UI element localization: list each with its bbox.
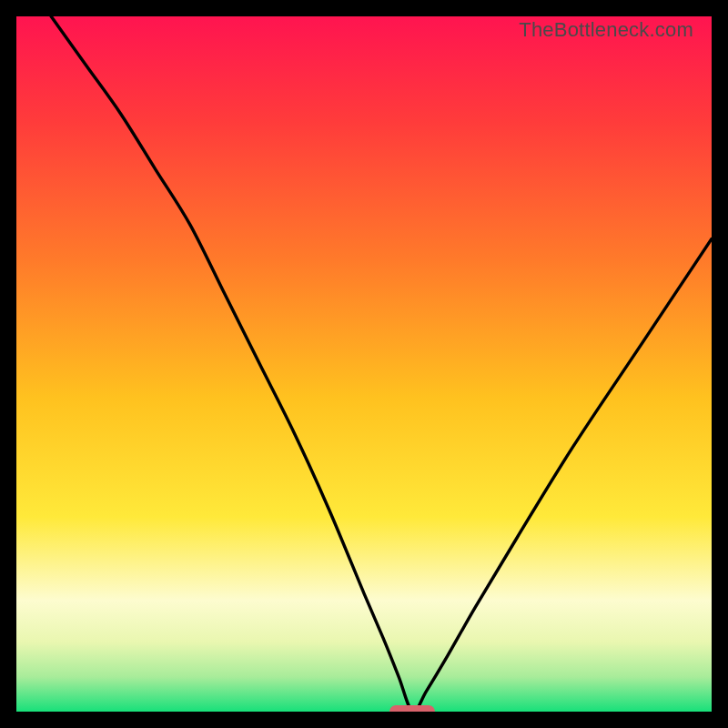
plot-area: TheBottleneck.com: [16, 16, 712, 712]
optimum-marker: [389, 705, 435, 712]
chart-frame: TheBottleneck.com: [0, 0, 728, 728]
bottleneck-curve: [16, 16, 712, 712]
